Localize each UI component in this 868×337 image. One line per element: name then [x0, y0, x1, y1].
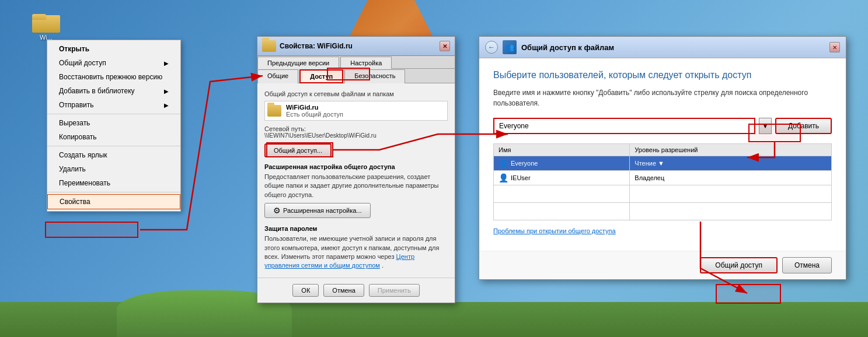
submenu-arrow: ▶ [164, 88, 169, 94]
share-titlebar-left: ← 👥 Общий доступ к файлам [485, 40, 614, 54]
titlebar-left: Свойства: WiFiGid.ru [262, 40, 353, 52]
col-permission: Уровень разрешений [630, 144, 832, 156]
tab-access[interactable]: Доступ [299, 69, 343, 83]
context-menu-item-shortcut[interactable]: Создать ярлык [47, 148, 180, 162]
share-dialog-footer: Общий доступ Отмена [479, 251, 846, 279]
tab-strip-row2: Общие Доступ Безопасность [257, 69, 455, 83]
advanced-settings-button[interactable]: ⚙ Расширенная настройка... [264, 203, 371, 218]
advanced-title: Расширенная настройка общего доступа [264, 163, 448, 170]
folder-name: WiFiGid.ru [286, 104, 343, 111]
context-menu-item-rename[interactable]: Переименовать [47, 176, 180, 190]
share-dialog-close-button[interactable]: ✕ [829, 42, 840, 52]
user-input-row: ▼ Добавить [493, 118, 832, 134]
folder-desc: Есть общий доступ [286, 111, 343, 118]
ok-button[interactable]: ОК [292, 284, 319, 297]
network-path-value: \\IEWIN7\Users\IEUser\Desktop\WiFiGid.ru [264, 132, 448, 139]
tab-general[interactable]: Общие [257, 69, 298, 83]
col-name: Имя [494, 144, 630, 156]
table-cell-permission: Владелец [630, 171, 832, 185]
advanced-section: Расширенная настройка общего доступа Пре… [264, 163, 448, 218]
context-menu-item-open[interactable]: Открыть [47, 42, 180, 56]
user-icon-shape: 👤 [499, 159, 508, 168]
table-cell-name: 👤 IEUser [494, 171, 630, 185]
tab-strip-row1: Предыдущие версии Настройка [257, 56, 455, 69]
submenu-arrow: ▶ [164, 60, 169, 66]
table-row[interactable]: 👤 IEUser Владелец [494, 171, 832, 185]
back-button[interactable]: ← [485, 41, 498, 54]
share-dialog-body: Выберите пользователей, которым следует … [479, 58, 846, 251]
folder-info: WiFiGid.ru Есть общий доступ [286, 104, 343, 118]
properties-footer: ОК Отмена Применить [257, 278, 455, 303]
context-menu-item-cut[interactable]: Вырезать [47, 116, 180, 130]
separator [47, 192, 180, 192]
share-primary-button[interactable]: Общий доступ [700, 257, 778, 273]
user-icon: 👤 Everyone [499, 159, 538, 168]
share-button-row: Общий доступ... [264, 143, 448, 157]
share-dialog-desc: Введите имя и нажмите кнопку "Добавить" … [493, 87, 832, 108]
folder-info-row: WiFiGid.ru Есть общий доступ [264, 101, 448, 121]
dropdown-arrow-button[interactable]: ▼ [759, 118, 772, 134]
submenu-arrow: ▶ [164, 102, 169, 108]
context-menu-item-properties[interactable]: Свойства [47, 194, 180, 209]
table-cell-permission: Чтение ▼ [630, 156, 832, 171]
share-dialog-heading: Выберите пользователей, которым следует … [493, 70, 832, 80]
user-icon: 👤 IEUser [499, 173, 531, 182]
context-menu-item-add-library[interactable]: Добавить в библиотеку ▶ [47, 84, 180, 98]
share-dialog-icon: 👥 [503, 40, 517, 54]
share-button[interactable]: Общий доступ... [264, 143, 332, 157]
user-icon-shape: 👤 [499, 173, 508, 182]
password-desc: Пользователи, не имеющие учетной записи … [264, 234, 448, 271]
table-row[interactable]: 👤 Everyone Чтение ▼ [494, 156, 832, 171]
table-cell-name: 👤 Everyone [494, 156, 630, 171]
context-menu-item-send[interactable]: Отправить ▶ [47, 98, 180, 112]
table-row-empty [494, 203, 832, 220]
user-permissions-table: Имя Уровень разрешений 👤 Everyone Чтение… [493, 143, 832, 220]
share-dialog-titlebar: ← 👥 Общий доступ к файлам ✕ [479, 37, 846, 58]
properties-close-button[interactable]: ✕ [440, 41, 450, 51]
folder-mini-icon [267, 105, 281, 117]
apply-button[interactable]: Применить [369, 284, 420, 297]
add-button[interactable]: Добавить [775, 118, 832, 134]
tab-security[interactable]: Безопасность [344, 69, 405, 83]
desktop-folder[interactable]: Wi... [32, 10, 60, 41]
network-share-section-title: Общий доступ к сетевым файлам и папкам [264, 90, 448, 97]
table-row-empty [494, 185, 832, 203]
properties-dialog: Свойства: WiFiGid.ru ✕ Предыдущие версии… [257, 36, 455, 303]
properties-title: Свойства: WiFiGid.ru [280, 42, 353, 50]
separator [47, 114, 180, 114]
folder-icon [32, 10, 60, 33]
context-menu-item-restore[interactable]: Восстановить прежнюю версию [47, 70, 180, 84]
separator [47, 146, 180, 146]
properties-titlebar: Свойства: WiFiGid.ru ✕ [257, 37, 455, 56]
titlebar-folder-icon [262, 40, 276, 52]
context-menu-item-delete[interactable]: Удалить [47, 162, 180, 176]
context-menu-item-share[interactable]: Общий доступ ▶ [47, 56, 180, 70]
share-cancel-button[interactable]: Отмена [782, 257, 832, 273]
properties-content: Общий доступ к сетевым файлам и папкам W… [257, 83, 455, 278]
problems-link[interactable]: Проблемы при открытии общего доступа [493, 227, 832, 234]
context-menu: Открыть Общий доступ ▶ Восстановить преж… [47, 40, 181, 212]
advanced-icon: ⚙ [273, 206, 281, 215]
context-menu-item-copy[interactable]: Копировать [47, 130, 180, 144]
user-input-field[interactable] [493, 118, 755, 134]
tab-settings[interactable]: Настройка [340, 57, 392, 69]
share-dialog: ← 👥 Общий доступ к файлам ✕ Выберите пол… [479, 36, 846, 280]
password-title: Защита паролем [264, 225, 448, 232]
cancel-button[interactable]: Отмена [323, 284, 364, 297]
share-dialog-title: Общий доступ к файлам [521, 43, 614, 52]
advanced-desc: Предоставляет пользовательские разрешени… [264, 173, 448, 199]
network-path-label: Сетевой путь: [264, 125, 448, 132]
tab-previous-versions[interactable]: Предыдущие версии [257, 57, 339, 69]
